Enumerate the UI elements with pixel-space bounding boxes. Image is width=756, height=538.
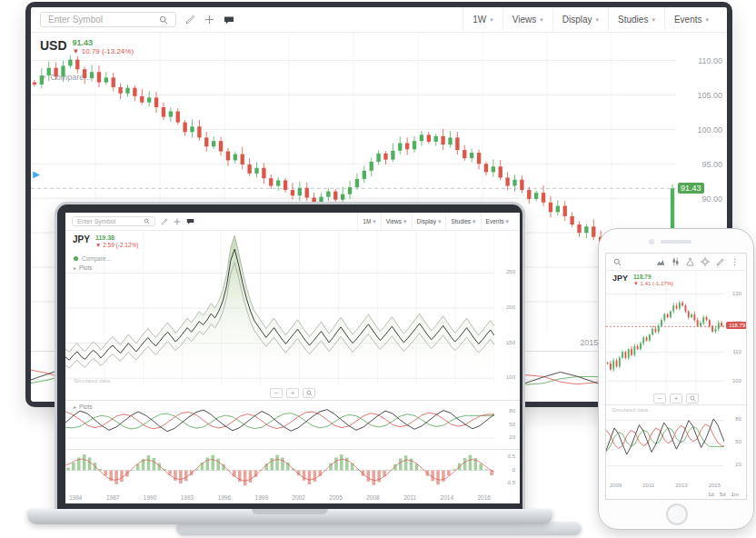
oscillator-chart[interactable] [606,405,724,481]
plots-label: Plots [79,264,92,271]
zoom-out-button[interactable]: − [653,394,666,404]
time-axis-label: 2008 [366,494,379,501]
oscillator-panel: 805020 Simulated data. [606,404,746,481]
menu-1m[interactable]: 1M▾ [357,213,381,230]
price-axis[interactable]: 100150200250 [494,231,520,385]
axis-label: 100 [506,374,515,380]
plots-toggle[interactable]: ▸ Plots [74,404,92,410]
time-axis-label: 2015 [580,338,598,347]
menu-studies[interactable]: Studies▾ [608,7,664,32]
triangle-right-icon: ▸ [74,264,76,271]
time-axis-label: 2013 [675,483,687,488]
menu-studies[interactable]: Studies▾ [445,213,480,230]
phone-camera [649,239,654,244]
zoom-in-button[interactable]: + [286,388,299,398]
zoom-controls: − + [65,385,520,400]
menu-events[interactable]: Events▾ [481,213,513,230]
time-axis-label: 2011 [642,483,654,488]
laptop-toolbar: Enter Symbol 1M▾Views▾Display▾Studies▾Ev… [65,213,520,231]
time-axis-label: 1999 [255,494,268,501]
oscillator-chart[interactable] [65,401,494,449]
time-axis-label: 2011 [403,494,416,501]
zoom-out-button[interactable]: − [270,388,283,398]
symbol-header: USD 91.43 ▼ 10.79 (-13.24%) [40,38,134,56]
candle-chart-icon[interactable] [671,257,680,266]
period-1m: 1m [731,492,739,497]
time-axis-label: 2014 [441,494,453,501]
search-icon[interactable] [613,258,622,266]
price-change: ▼ 1.41 (-1.17%) [633,281,673,287]
histogram-axis: 0.50-0.5 [494,450,520,491]
axis-label: 90.00 [701,194,722,204]
menu-1w[interactable]: 1W▾ [463,7,502,32]
search-icon [144,218,150,224]
compare-link[interactable]: + Compare... [42,73,91,82]
axis-label: 150 [506,340,515,345]
axis-label: 50 [735,439,741,444]
menu-views[interactable]: Views▾ [502,7,552,32]
last-price: 118.79 [633,274,673,280]
symbol-search-input[interactable]: Enter Symbol [72,216,155,226]
menu-display[interactable]: Display▾ [412,213,446,230]
monitor-toolbar: Enter Symbol 1W▾Views▾Display▾Studies▾Ev… [31,7,727,33]
axis-label: 110 [732,349,741,354]
crosshair-icon[interactable] [701,257,710,266]
draw-icon[interactable] [185,15,195,25]
draw-icon[interactable] [716,258,724,266]
symbol-name: USD [40,38,67,53]
period-5d: 5d [720,492,726,497]
time-axis[interactable]: 2009201120132015 [606,481,724,491]
menu-display[interactable]: Display▾ [552,7,608,32]
candlestick-chart[interactable] [606,271,724,393]
chat-icon[interactable] [186,217,194,225]
more-icon[interactable]: ⋮ [731,257,739,266]
smartphone: ⋮ 118.79 100110120130 JPY 118.79 ▼ 1.41 … [598,228,754,530]
time-axis-label: 1990 [144,494,156,501]
symbol-name: JPY [612,274,628,283]
magnifier-button[interactable] [303,388,315,398]
compare-link[interactable]: Compare... [74,255,111,262]
studies-icon[interactable] [686,257,694,266]
chevron-down-icon: ▾ [472,218,476,225]
chevron-down-icon: ▾ [403,218,407,225]
time-axis-label: 2005 [329,494,342,501]
menu-events[interactable]: Events▾ [664,7,718,32]
magnifier-button[interactable] [686,394,699,404]
axis-label: 250 [506,269,515,274]
monitor-menu-group: 1W▾Views▾Display▾Studies▾Events▾ [463,7,718,32]
time-axis-label: 1984 [69,494,82,501]
menu-views[interactable]: Views▾ [381,213,412,230]
compare-label: Compare... [50,73,91,82]
plots-toggle[interactable]: ▸ Plots [74,264,92,271]
axis-label: 95.00 [701,160,722,169]
phone-home-button[interactable] [666,503,688,525]
sidebar-toggle-icon[interactable]: ▶ [33,169,40,179]
symbol-name: JPY [73,234,90,244]
histogram-chart[interactable] [65,450,494,491]
draw-icon[interactable] [161,218,168,225]
time-axis-label: 2015 [709,483,721,488]
laptop: Enter Symbol 1M▾Views▾Display▾Studies▾Ev… [55,202,525,509]
laptop-menu-group: 1M▾Views▾Display▾Studies▾Events▾ [357,213,513,230]
zoom-in-button[interactable]: + [670,394,682,404]
period-1d: 1d [708,492,714,497]
chat-icon[interactable] [224,15,234,25]
axis-label: 105.00 [697,91,722,100]
laptop-screen: Enter Symbol 1M▾Views▾Display▾Studies▾Ev… [65,213,520,503]
simulated-data-note: Simulated data. [612,407,650,413]
add-icon[interactable] [174,218,181,225]
add-icon[interactable] [204,15,214,25]
periodicity-bar: 1d5d1m [606,490,746,499]
price-axis[interactable]: 118.79 100110120130 [724,271,746,393]
mountain-chart[interactable] [65,231,494,385]
time-axis-label: 2016 [477,494,490,501]
symbol-header: JPY 119.38 ▼ 2.59 (-2.12%) [73,234,139,249]
symbol-search-input[interactable]: Enter Symbol [40,12,176,27]
phone-chart-area: 118.79 100110120130 JPY 118.79 ▼ 1.41 (-… [606,271,746,393]
axis-label: 110.00 [698,56,722,65]
time-axis[interactable]: 1984198719901993199619992002200520082011… [65,491,494,503]
axis-label: 100.00 [697,125,722,134]
chart-type-icon[interactable] [656,258,665,266]
time-axis-label: 2002 [292,494,304,501]
axis-label: 20 [509,434,515,440]
